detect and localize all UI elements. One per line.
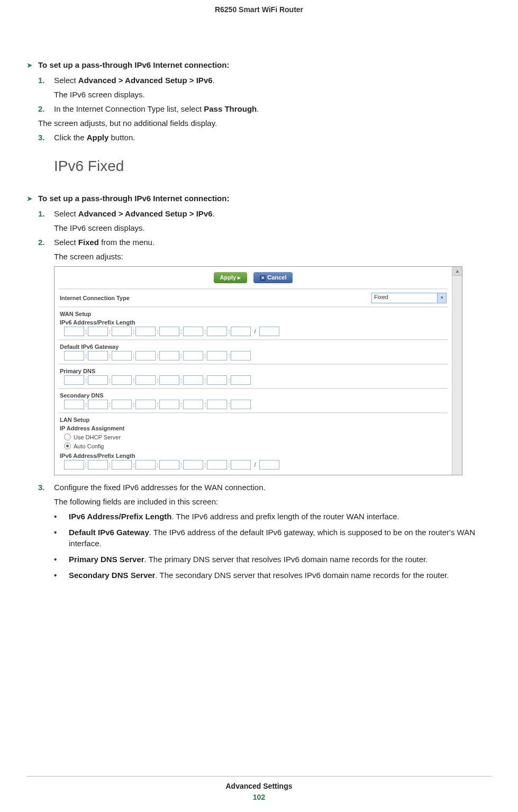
ip-segment-input[interactable] [88, 327, 108, 336]
ip-segment-input[interactable] [159, 400, 179, 409]
ip-segment-input[interactable] [112, 375, 132, 385]
step-post: . [257, 104, 259, 113]
cancel-button[interactable]: ✕Cancel [253, 272, 293, 283]
close-icon: ✕ [260, 275, 266, 281]
ip-segment-input[interactable] [112, 327, 132, 336]
ipv6-addr-label: IPv6 Address/Prefix Length [59, 317, 448, 327]
ip-segment-input[interactable] [231, 327, 251, 336]
ip-segment-input[interactable] [207, 400, 227, 409]
bullet-desc: . The primary DNS server that resolves I… [144, 555, 428, 564]
ip-segment-input[interactable] [88, 375, 108, 385]
conn-type-select[interactable]: Fixed ▾ [371, 293, 447, 303]
ip-segment-input[interactable] [159, 460, 179, 470]
default-gw-label: Default IPv6 Gateway [59, 341, 448, 351]
step-bold: Pass Through [204, 104, 257, 113]
ip-segment-input[interactable] [112, 400, 132, 409]
ip-segment-input[interactable] [88, 400, 108, 409]
auto-config-label: Auto Config [74, 443, 104, 449]
ip-segment-input[interactable] [64, 375, 84, 385]
ip-segment-input[interactable] [159, 351, 179, 360]
prefix-length-input[interactable] [259, 327, 279, 336]
ipv6-addr-input-row: : : : : : : : / [59, 327, 448, 338]
step-number: 1. [38, 209, 54, 218]
dhcp-radio[interactable] [64, 434, 71, 440]
step-text: Select Fixed from the menu. [54, 238, 492, 247]
step-bold: Fixed [78, 238, 99, 247]
bullet-desc: . The secondary DNS server that resolves… [155, 571, 449, 580]
bullet-icon: • [54, 571, 69, 580]
bullet-label: Secondary DNS Server [69, 571, 155, 580]
step-sub: The IPv6 screen displays. [54, 223, 492, 232]
ip-segment-input[interactable] [183, 351, 203, 360]
ip-segment-input[interactable] [135, 351, 156, 360]
step-sub: The screen adjusts: [54, 252, 492, 261]
note-text: The screen adjusts, but no additional fi… [38, 119, 492, 128]
bullet-icon: • [54, 528, 69, 537]
bullet-label: Primary DNS Server [69, 555, 144, 564]
ip-segment-input[interactable] [207, 375, 227, 385]
step-text: Configure the fixed IPv6 addresses for t… [54, 483, 492, 492]
ip-segment-input[interactable] [112, 351, 132, 360]
ip-segment-input[interactable] [183, 460, 203, 470]
ip-segment-input[interactable] [112, 460, 132, 470]
bullet-text: Primary DNS Server. The primary DNS serv… [69, 554, 492, 565]
step-post: . [213, 76, 215, 85]
page-number: 102 [26, 793, 492, 801]
step-text: Click the Apply button. [54, 133, 492, 142]
step-sub: The IPv6 screen displays. [54, 90, 492, 99]
ip-segment-input[interactable] [183, 400, 203, 409]
ip-segment-input[interactable] [64, 460, 84, 470]
ip-segment-input[interactable] [159, 375, 179, 385]
bullet-text: IPv6 Address/Prefix Length. The IPv6 add… [69, 511, 492, 522]
ip-segment-input[interactable] [207, 460, 227, 470]
lan-setup-label: LAN Setup [59, 414, 448, 423]
ip-segment-input[interactable] [135, 460, 156, 470]
ip-segment-input[interactable] [207, 351, 227, 360]
step-pre: In the Internet Connection Type list, se… [54, 104, 204, 113]
bullet-icon: • [54, 512, 69, 521]
ip-segment-input[interactable] [88, 351, 108, 360]
ip-segment-input[interactable] [135, 400, 156, 409]
bullet-icon: • [54, 555, 69, 564]
step-number: 1. [38, 76, 54, 85]
bullet-text: Secondary DNS Server. The secondary DNS … [69, 570, 492, 581]
ip-segment-input[interactable] [88, 460, 108, 470]
ip-segment-input[interactable] [159, 327, 179, 336]
ip-segment-input[interactable] [135, 375, 156, 385]
footer-section: Advanced Settings [26, 782, 492, 790]
step-pre: Click the [54, 133, 87, 142]
step-number: 2. [38, 238, 54, 247]
bullet-label: Default IPv6 Gateway [69, 528, 149, 537]
section-heading-ipv6-fixed: IPv6 Fixed [54, 158, 492, 175]
ip-segment-input[interactable] [183, 375, 203, 385]
prefix-slash: / [254, 462, 256, 468]
ip-segment-input[interactable] [64, 327, 84, 336]
lan-ipv6-addr-input-row: : : : : : : : / [59, 460, 448, 472]
ip-segment-input[interactable] [231, 460, 251, 470]
ip-segment-input[interactable] [64, 400, 84, 409]
prefix-length-input[interactable] [259, 460, 279, 470]
ip-segment-input[interactable] [135, 327, 156, 336]
step-bold: Advanced > Advanced Setup > IPv6 [78, 76, 213, 85]
proc-arrow-icon: ➤ [26, 194, 38, 203]
page-header: R6250 Smart WiFi Router [26, 5, 492, 14]
ip-assignment-label: IP Address Assignment [59, 423, 448, 432]
ip-segment-input[interactable] [231, 375, 251, 385]
scrollbar[interactable]: ▴ [452, 267, 462, 475]
auto-config-radio[interactable] [64, 443, 71, 449]
step-text: Select Advanced > Advanced Setup > IPv6. [54, 209, 492, 218]
ip-segment-input[interactable] [207, 327, 227, 336]
scroll-up-icon[interactable]: ▴ [452, 267, 462, 276]
bullet-desc: . The IPv6 address and prefix length of … [172, 512, 399, 521]
page-footer: Advanced Settings 102 [26, 776, 492, 801]
proc-arrow-icon: ➤ [26, 61, 38, 69]
ip-segment-input[interactable] [183, 327, 203, 336]
ip-segment-input[interactable] [231, 351, 251, 360]
step-sub: The following fields are included in thi… [54, 497, 492, 506]
ip-segment-input[interactable] [231, 400, 251, 409]
primary-dns-input-row: : : : : : : : [59, 375, 448, 387]
ip-segment-input[interactable] [64, 351, 84, 360]
step-post: . [213, 209, 215, 218]
primary-dns-label: Primary DNS [59, 366, 448, 375]
apply-button[interactable]: Apply ▸ [214, 272, 248, 283]
